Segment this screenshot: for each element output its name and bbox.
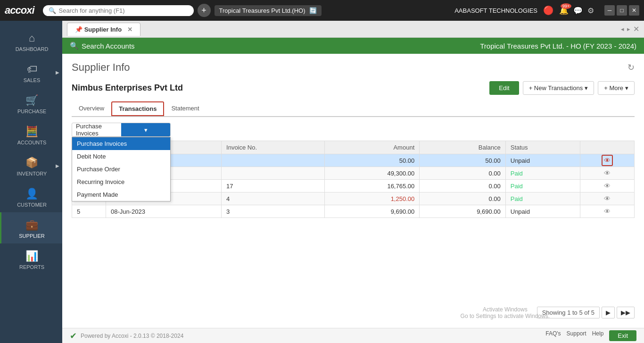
tab-label: Supplier Info — [84, 26, 122, 33]
cell-status: Unpaid — [505, 154, 580, 167]
view-icon[interactable]: 👁 — [604, 182, 611, 190]
cell-invoice: 17 — [222, 180, 325, 192]
cell-action[interactable]: 👁 — [580, 167, 635, 180]
table-row: 5 08-Jun-2023 3 9,690.00 9,690.00 Unpaid… — [72, 205, 635, 218]
col-balance: Balance — [420, 141, 506, 154]
company-selector[interactable]: Tropical Treasures Pvt Ltd.(HO) 🔄 — [215, 5, 322, 16]
tab-arrow-right[interactable]: ▸ — [627, 25, 630, 33]
dropdown-option-debit-note[interactable]: Debit Note — [72, 150, 170, 163]
support-link[interactable]: Support — [567, 330, 586, 341]
pagination-row: Showing 1 to 5 of 5 ▶ ▶▶ — [72, 302, 635, 320]
settings-icon[interactable]: ⚙ — [587, 6, 594, 15]
sub-tabs: Overview Transactions Statement — [72, 101, 635, 117]
notification-icon[interactable]: 🔔99+ — [559, 6, 569, 15]
sidebar-item-accounts[interactable]: 🧮 ACCOUNTS — [0, 119, 62, 150]
cell-action[interactable]: 👁 — [580, 205, 635, 218]
sidebar-item-inventory[interactable]: 📦 INVENTORY ▶ — [0, 150, 62, 181]
transaction-type-dropdown[interactable]: Purchase Invoices ▾ — [72, 123, 171, 137]
help-link[interactable]: Help — [592, 330, 604, 341]
supplier-actions: Edit + New Transactions ▾ + More ▾ — [489, 81, 635, 95]
minimize-button[interactable]: ─ — [604, 5, 615, 16]
new-trans-label: + New Transactions — [529, 84, 583, 92]
col-status: Status — [505, 141, 580, 154]
footer: ✔ Powered by Accoxi - 2.0.13 © 2018-2024… — [62, 328, 644, 343]
sidebar-item-customer[interactable]: 👤 CUSTOMER — [0, 181, 62, 212]
sidebar-item-sales[interactable]: 🏷 SALES ▶ — [0, 57, 62, 88]
view-icon[interactable]: 👁 — [604, 169, 611, 177]
supplier-info-tab[interactable]: 📌 Supplier Info ✕ — [67, 23, 140, 36]
sidebar-item-supplier[interactable]: 💼 SUPPLIER — [0, 212, 62, 243]
message-icon[interactable]: 💬 — [573, 6, 583, 15]
more-button[interactable]: + More ▾ — [598, 81, 635, 95]
customer-icon: 👤 — [25, 188, 38, 200]
tab-bar: 📌 Supplier Info ✕ ◂ ▸ ✕ — [62, 21, 644, 38]
search-icon: 🔍 — [49, 7, 56, 14]
tab-close-icon[interactable]: ✕ — [127, 26, 132, 33]
supplier-name: Nimbus Enterprises Pvt Ltd — [72, 83, 183, 93]
page-title: Supplier Info — [72, 61, 130, 74]
next-page-button[interactable]: ▶ — [602, 307, 615, 318]
tab-transactions[interactable]: Transactions — [111, 101, 164, 116]
sidebar: ⌂ DASHBOARD 🏷 SALES ▶ 🛒 PURCHASE 🧮 ACCOU… — [0, 21, 62, 343]
arrow-icon: ▶ — [56, 70, 59, 75]
sidebar-item-dashboard[interactable]: ⌂ DASHBOARD — [0, 25, 62, 57]
dropdown-menu: Purchase Invoices Debit Note Purchase Or… — [72, 137, 171, 201]
supplier-row: Nimbus Enterprises Pvt Ltd Edit + New Tr… — [72, 81, 635, 95]
cell-amount: 50.00 — [325, 154, 420, 167]
sidebar-item-reports[interactable]: 📊 REPORTS — [0, 243, 62, 275]
faqs-link[interactable]: FAQ's — [545, 330, 561, 341]
maximize-button[interactable]: □ — [617, 5, 627, 16]
cell-action[interactable]: 👁 — [580, 192, 635, 205]
dropdown-option-purchase-invoices[interactable]: Purchase Invoices — [72, 137, 170, 150]
cell-status: Paid — [505, 192, 580, 205]
cell-invoice — [222, 154, 325, 167]
sidebar-item-label: SALES — [24, 77, 40, 83]
topbar-icons: 🔔99+ 💬 ⚙ — [559, 6, 594, 15]
edit-button[interactable]: Edit — [489, 81, 519, 95]
last-page-button[interactable]: ▶▶ — [617, 307, 635, 318]
add-button[interactable]: + — [198, 4, 211, 17]
topbar: accoxi 🔍 + Tropical Treasures Pvt Ltd.(H… — [0, 0, 644, 21]
dropdown-option-recurring-invoice[interactable]: Recurring Invoice — [72, 176, 170, 188]
search-accounts-label: Search Accounts — [82, 42, 135, 50]
cell-action[interactable]: 👁 — [580, 154, 635, 167]
page-content: Supplier Info ↻ Nimbus Enterprises Pvt L… — [62, 54, 644, 328]
view-icon[interactable]: 👁 — [604, 208, 611, 215]
cell-action[interactable]: 👁 — [580, 180, 635, 192]
app-logo: accoxi — [5, 4, 34, 17]
search-accounts-icon: 🔍 — [70, 42, 79, 50]
col-actions — [580, 141, 635, 154]
sidebar-item-label: CUSTOMER — [17, 202, 47, 208]
cell-status: Paid — [505, 180, 580, 192]
main-layout: ⌂ DASHBOARD 🏷 SALES ▶ 🛒 PURCHASE 🧮 ACCOU… — [0, 21, 644, 343]
close-button[interactable]: ✕ — [629, 5, 639, 16]
activate-windows: Activate WindowsGo to Settings to activa… — [461, 306, 550, 319]
tab-overview[interactable]: Overview — [72, 101, 111, 116]
dropdown-option-purchase-order[interactable]: Purchase Order — [72, 163, 170, 176]
reports-icon: 📊 — [25, 250, 38, 262]
dropdown-arrow[interactable]: ▾ — [121, 123, 170, 136]
tab-arrow-left[interactable]: ◂ — [621, 25, 624, 33]
dashboard-icon: ⌂ — [29, 32, 35, 44]
sidebar-item-purchase[interactable]: 🛒 PURCHASE — [0, 88, 62, 119]
cell-date: 08-Jun-2023 — [106, 205, 221, 218]
dropdown-row: Purchase Invoices ▾ Purchase Invoices De… — [72, 123, 635, 137]
cell-status: Paid — [505, 167, 580, 180]
cell-invoice — [222, 167, 325, 180]
search-box[interactable]: 🔍 — [43, 5, 194, 16]
tab-statement[interactable]: Statement — [164, 101, 206, 116]
supplier-icon: 💼 — [25, 219, 38, 231]
search-accounts-btn[interactable]: 🔍 Search Accounts — [70, 42, 135, 50]
search-input[interactable] — [59, 7, 182, 14]
view-icon[interactable]: 👁 — [602, 155, 613, 166]
purchase-icon: 🛒 — [25, 94, 38, 107]
tab-close-all[interactable]: ✕ — [633, 25, 639, 33]
exit-button[interactable]: Exit — [609, 330, 636, 341]
refresh-button[interactable]: ↻ — [627, 62, 635, 73]
cell-invoice: 4 — [222, 192, 325, 205]
col-amount: Amount — [325, 141, 420, 154]
view-icon[interactable]: 👁 — [604, 195, 611, 202]
new-transactions-button[interactable]: + New Transactions ▾ — [523, 81, 594, 95]
dropdown-option-payment-made[interactable]: Payment Made — [72, 188, 170, 201]
cell-balance: 9,690.00 — [420, 205, 506, 218]
